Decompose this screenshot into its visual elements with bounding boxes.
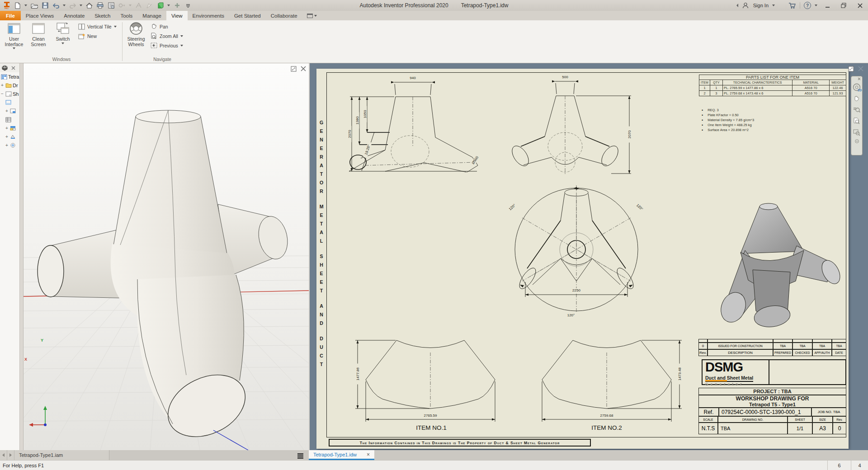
- drawing-title-block: WORKSHOP DRAWING FOR Tetrapod T5 - Type1: [698, 395, 846, 408]
- store-cart-icon[interactable]: [788, 2, 796, 9]
- sign-in-caret[interactable]: [772, 5, 775, 6]
- tab-file[interactable]: File: [0, 11, 21, 20]
- clean-screen-button[interactable]: Clean Screen: [26, 20, 51, 47]
- user-avatar-icon[interactable]: [742, 2, 750, 9]
- dim-label: 2070: [348, 126, 352, 142]
- drawwin-maximize-icon[interactable]: [848, 66, 854, 72]
- tab-scroll-right[interactable]: [7, 450, 14, 460]
- x-axis-label: X: [24, 357, 27, 362]
- browser-root-node[interactable]: Tetra: [0, 72, 19, 81]
- collapse-left-caret[interactable]: [736, 4, 738, 7]
- revision-header-row: Rev. DESCRIPTION PREPARED CHECKED APP/AU…: [698, 349, 846, 356]
- nav-zoom-all-icon[interactable]: [852, 117, 861, 126]
- expand-plus-icon[interactable]: +: [5, 108, 9, 113]
- browser-node-view3[interactable]: +: [0, 141, 19, 150]
- quick-access-toolbar: PRO: [0, 2, 192, 9]
- tab-manage[interactable]: Manage: [137, 11, 166, 20]
- tab-environments[interactable]: Environments: [188, 11, 229, 20]
- material-box-icon[interactable]: [156, 2, 164, 9]
- sign-in-button[interactable]: Sign In: [753, 3, 769, 8]
- navbar-more-icon[interactable]: [855, 139, 859, 143]
- navbar-close-icon[interactable]: [858, 77, 861, 80]
- idw-tab-close-icon[interactable]: ×: [367, 451, 370, 458]
- customize-qat-icon[interactable]: [184, 2, 192, 9]
- new-file-caret[interactable]: [24, 5, 27, 6]
- iso-view-drawing: [717, 203, 844, 329]
- expand-plus-icon[interactable]: +: [5, 143, 9, 148]
- redo-icon[interactable]: [69, 2, 76, 9]
- browser-model-icon[interactable]: [2, 65, 8, 71]
- print-icon[interactable]: [96, 2, 104, 9]
- document-settings-icon[interactable]: [107, 2, 115, 9]
- plan-view-drawing: [515, 185, 638, 314]
- user-interface-button[interactable]: User Interface: [2, 20, 26, 49]
- col-header: ITEM: [699, 80, 710, 85]
- new-window-button[interactable]: New: [78, 32, 117, 40]
- viewport-close-icon[interactable]: [301, 66, 306, 71]
- zoom-all-button[interactable]: Zoom All: [150, 32, 183, 40]
- browser-node-view2[interactable]: +: [0, 132, 19, 141]
- pan-button[interactable]: Pan: [150, 23, 183, 30]
- model-viewport[interactable]: Y X: [24, 63, 309, 450]
- steering-wheels-button[interactable]: Steering Wheels: [124, 20, 148, 47]
- tab-annotate[interactable]: Annotate: [59, 11, 90, 20]
- home-icon[interactable]: [85, 2, 93, 9]
- browser-close-icon[interactable]: [11, 66, 15, 70]
- appearance-plus-icon[interactable]: [173, 2, 181, 9]
- ribbon-group-navigate: Steering Wheels Pan Zoom All: [124, 20, 201, 63]
- expand-plus-icon[interactable]: +: [5, 126, 9, 131]
- tab-view[interactable]: View: [166, 11, 188, 20]
- note-item: •Plate KFactor = 0.50: [702, 113, 754, 118]
- document-tab-bar: Tetrapod-Type1.iam Tetrapod-Type1.idw ×: [0, 450, 868, 460]
- browser-node-border[interactable]: [0, 98, 19, 107]
- tab-list-icon[interactable]: [297, 453, 303, 455]
- minimize-button[interactable]: [821, 0, 834, 10]
- tab-tools[interactable]: Tools: [115, 11, 137, 20]
- tab-idw-document[interactable]: Tetrapod-Type1.idw ×: [309, 450, 374, 460]
- ribbon-collapse-button[interactable]: [307, 11, 317, 20]
- vertical-tile-button[interactable]: Vertical Tile: [78, 23, 117, 30]
- nav-pan-icon[interactable]: [852, 94, 861, 103]
- restore-button[interactable]: [837, 0, 850, 10]
- browser-node-sheet[interactable]: − Sh: [0, 89, 19, 98]
- previous-view-button[interactable]: Previous: [150, 42, 183, 49]
- parts-list-row: 2 3 PL. 2759.68 x 1473.48 x 6 A516 70 12…: [699, 91, 846, 96]
- help-caret[interactable]: [815, 5, 817, 6]
- y-axis-label: Y: [41, 338, 43, 343]
- drawing-window[interactable]: GENERATOR METAL SHEET AND DUCT: [310, 63, 868, 450]
- steering-wheel-2d-icon[interactable]: 2D: [852, 83, 861, 92]
- undo-caret[interactable]: [63, 5, 66, 6]
- help-icon[interactable]: ?: [804, 2, 811, 9]
- open-folder-icon[interactable]: [30, 2, 38, 9]
- drawing-sheet[interactable]: GENERATOR METAL SHEET AND DUCT: [316, 69, 849, 449]
- nav-zoom-window-icon[interactable]: [852, 128, 861, 137]
- tab-place-views[interactable]: Place Views: [21, 11, 59, 20]
- windows-group-label[interactable]: Windows: [2, 57, 121, 62]
- switch-windows-button[interactable]: Switch: [51, 20, 75, 44]
- close-button[interactable]: [854, 0, 866, 10]
- browser-node-title-block[interactable]: +: [0, 107, 19, 115]
- new-file-icon[interactable]: [14, 2, 21, 9]
- tab-sketch[interactable]: Sketch: [90, 11, 115, 20]
- material-caret[interactable]: [167, 5, 170, 6]
- browser-node-view1[interactable]: +: [0, 124, 19, 132]
- tab-iam-document[interactable]: Tetrapod-Type1.iam: [14, 450, 109, 460]
- dim-label: 2759.68: [593, 414, 620, 418]
- nav-zoom-icon[interactable]: [852, 105, 861, 114]
- tab-get-started[interactable]: Get Started: [229, 11, 266, 20]
- drawwin-close-icon[interactable]: [858, 66, 863, 71]
- save-icon[interactable]: [41, 2, 49, 9]
- browser-node-parts-list[interactable]: [0, 115, 19, 124]
- tab-scroll-left[interactable]: [0, 450, 7, 460]
- viewport-maximize-icon[interactable]: [291, 66, 297, 72]
- collapse-minus-icon[interactable]: −: [1, 91, 5, 96]
- redo-caret[interactable]: [80, 5, 82, 6]
- browser-node-drawing-resources[interactable]: + Dr: [0, 81, 19, 89]
- navigate-group-label[interactable]: Navigate: [124, 57, 201, 62]
- panel-splitter[interactable]: [20, 63, 24, 450]
- undo-icon[interactable]: [52, 2, 60, 9]
- inventor-logo-icon[interactable]: PRO: [3, 2, 10, 9]
- tab-collaborate[interactable]: Collaborate: [266, 11, 302, 20]
- expand-plus-icon[interactable]: +: [1, 83, 5, 88]
- expand-plus-icon[interactable]: +: [5, 134, 9, 139]
